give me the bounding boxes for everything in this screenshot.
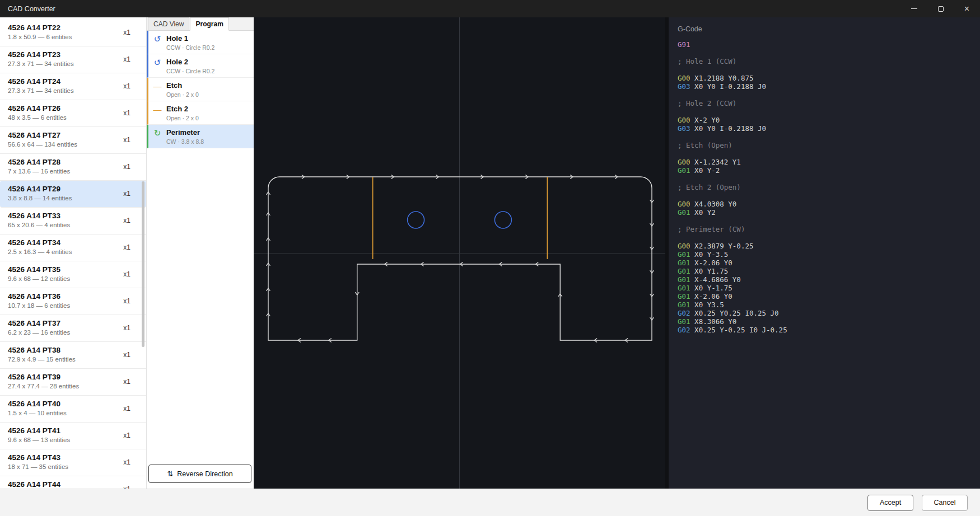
part-list-item[interactable]: 4526 A14 PT3927.4 x 77.4 — 28 entitiesx1	[0, 369, 146, 396]
part-list-item[interactable]: 4526 A14 PT221.8 x 50.9 — 6 entitiesx1	[0, 20, 146, 46]
accept-button[interactable]: Accept	[867, 495, 913, 511]
part-name: 4526 A14 PT38	[8, 346, 127, 354]
main-content: 4526 A14 PT221.8 x 50.9 — 6 entitiesx145…	[0, 17, 980, 489]
part-meta: 48 x 3.5 — 6 entities	[8, 114, 127, 121]
gcode-line: ; Etch 2 (Open)	[678, 183, 974, 191]
reverse-direction-icon: ⇅	[167, 470, 173, 478]
gcode-line: G01 X0 Y3.5	[678, 301, 974, 309]
gcode-line	[678, 65, 974, 74]
gcode-line	[678, 133, 974, 141]
maximize-icon	[938, 6, 944, 12]
part-qty: x1	[123, 55, 130, 63]
operation-item[interactable]: —EtchOpen · 2 x 0	[147, 78, 254, 101]
part-list-item[interactable]: 4526 A14 PT2756.6 x 64 — 134 entitiesx1	[0, 127, 146, 154]
operation-text: Hole 1CCW · Circle R0.2	[166, 34, 214, 51]
part-list-item[interactable]: 4526 A14 PT3872.9 x 4.9 — 15 entitiesx1	[0, 342, 146, 369]
gcode-line: G00 X4.0308 Y0	[678, 200, 974, 208]
gcode-line: G01 X-2.06 Y0	[678, 259, 974, 267]
part-outline	[268, 177, 652, 340]
cad-canvas[interactable]	[254, 17, 669, 489]
part-list-item[interactable]: 4526 A14 PT359.6 x 68 — 12 entitiesx1	[0, 261, 146, 288]
part-qty: x1	[123, 351, 130, 359]
part-name: 4526 A14 PT24	[8, 77, 127, 86]
part-list-item[interactable]: 4526 A14 PT287 x 13.6 — 16 entitiesx1	[0, 154, 146, 181]
part-list-item[interactable]: 4526 A14 PT4318 x 71 — 35 entitiesx1	[0, 449, 146, 476]
gcode-panel-title: G-Code	[678, 25, 974, 33]
gcode-line: G01 X0 Y1.75	[678, 267, 974, 275]
part-qty: x1	[123, 431, 130, 439]
gcode-line: G00 X-1.2342 Y1	[678, 158, 974, 166]
part-meta: 27.4 x 77.4 — 28 entities	[8, 383, 127, 390]
reverse-direction-label: Reverse Direction	[177, 470, 232, 478]
minimize-button[interactable]	[901, 0, 927, 17]
rotate-ccw-icon: ↺	[153, 58, 162, 67]
operation-item[interactable]: ↻PerimeterCW · 3.8 x 8.8	[147, 125, 254, 148]
part-list-item[interactable]: 4526 A14 PT2327.3 x 71 — 34 entitiesx1	[0, 46, 146, 73]
tab-bar: CAD View Program	[147, 17, 254, 31]
part-name: 4526 A14 PT35	[8, 265, 127, 274]
part-qty: x1	[123, 405, 130, 412]
operation-text: Etch 2Open · 2 x 0	[166, 105, 199, 121]
parts-list: 4526 A14 PT221.8 x 50.9 — 6 entitiesx145…	[0, 20, 146, 489]
gcode-line: ; Hole 2 (CCW)	[678, 99, 974, 107]
part-list-item[interactable]: 4526 A14 PT2427.3 x 71 — 34 entitiesx1	[0, 73, 146, 100]
part-list-item[interactable]: 4526 A14 PT3610.7 x 18 — 6 entitiesx1	[0, 288, 146, 315]
part-list-item[interactable]: 4526 A14 PT419.6 x 68 — 13 entitiesx1	[0, 423, 146, 449]
part-list-item[interactable]: 4526 A14 PT293.8 x 8.8 — 14 entitiesx1	[0, 181, 146, 208]
part-name: 4526 A14 PT34	[8, 238, 127, 247]
tab-cad-view[interactable]: CAD View	[148, 17, 189, 30]
cancel-button[interactable]: Cancel	[922, 495, 968, 511]
rotate-cw-icon: ↻	[153, 129, 162, 138]
parts-sidebar: 4526 A14 PT221.8 x 50.9 — 6 entitiesx145…	[0, 17, 147, 489]
rotate-ccw-icon: ↺	[153, 35, 162, 44]
minimize-icon	[911, 8, 917, 9]
operation-meta: CCW · Circle R0.2	[166, 68, 214, 74]
part-qty: x1	[123, 270, 130, 278]
part-meta: 9.6 x 68 — 12 entities	[8, 275, 127, 282]
part-list-item[interactable]: 4526 A14 PT44x1	[0, 476, 146, 489]
part-qty: x1	[123, 136, 130, 144]
close-button[interactable]: ×	[954, 0, 980, 17]
part-meta: 27.3 x 71 — 34 entities	[8, 60, 127, 67]
app-window: CAD Converter × 4526 A14 PT221.8 x 50.9 …	[0, 0, 980, 516]
operation-meta: Open · 2 x 0	[166, 91, 199, 98]
operation-item[interactable]: ↺Hole 1CCW · Circle R0.2	[147, 31, 254, 54]
operation-item[interactable]: —Etch 2Open · 2 x 0	[147, 101, 254, 125]
gcode-line	[678, 91, 974, 99]
part-list-item[interactable]: 4526 A14 PT401.5 x 4 — 10 entitiesx1	[0, 396, 146, 423]
operation-text: Hole 2CCW · Circle R0.2	[166, 58, 214, 74]
titlebar: CAD Converter ×	[0, 0, 980, 17]
sidebar-scrollbar[interactable]	[142, 181, 144, 347]
gcode-lines: G91 ; Hole 1 (CCW) G00 X1.2188 Y0.875G03…	[678, 40, 974, 334]
part-name: 4526 A14 PT36	[8, 292, 127, 301]
part-name: 4526 A14 PT33	[8, 212, 127, 220]
part-meta: 27.3 x 71 — 34 entities	[8, 87, 127, 94]
part-qty: x1	[123, 163, 130, 171]
part-list-item[interactable]: 4526 A14 PT2648 x 3.5 — 6 entitiesx1	[0, 100, 146, 127]
part-meta: 1.8 x 50.9 — 6 entities	[8, 34, 127, 40]
hole-circle-1	[408, 212, 424, 228]
operation-item[interactable]: ↺Hole 2CCW · Circle R0.2	[147, 54, 254, 78]
etch-line-icon: —	[153, 82, 162, 91]
part-name: 4526 A14 PT43	[8, 453, 127, 462]
part-list-item[interactable]: 4526 A14 PT342.5 x 16.3 — 4 entitiesx1	[0, 234, 146, 261]
cad-canvas-svg	[254, 17, 665, 489]
part-name: 4526 A14 PT28	[8, 158, 127, 166]
gcode-line: G01 X0 Y-1.75	[678, 284, 974, 292]
window-controls: ×	[901, 0, 980, 17]
part-name: 4526 A14 PT37	[8, 319, 127, 327]
gcode-line: G91	[678, 40, 974, 49]
gcode-line: G01 X0 Y-3.5	[678, 250, 974, 259]
tab-program[interactable]: Program	[190, 17, 228, 31]
part-list-item[interactable]: 4526 A14 PT376.2 x 23 — 16 entitiesx1	[0, 315, 146, 342]
gcode-line: G00 X-2 Y0	[678, 116, 974, 124]
operation-title: Etch	[166, 81, 199, 90]
gcode-line	[678, 49, 974, 57]
window-title: CAD Converter	[0, 5, 55, 13]
part-name: 4526 A14 PT27	[8, 131, 127, 139]
maximize-button[interactable]	[927, 0, 954, 17]
part-list-item[interactable]: 4526 A14 PT3365 x 20.6 — 4 entitiesx1	[0, 208, 146, 234]
reverse-direction-button[interactable]: ⇅ Reverse Direction	[148, 465, 251, 483]
gcode-line: G01 X0 Y-2	[678, 166, 974, 175]
part-name: 4526 A14 PT41	[8, 426, 127, 435]
